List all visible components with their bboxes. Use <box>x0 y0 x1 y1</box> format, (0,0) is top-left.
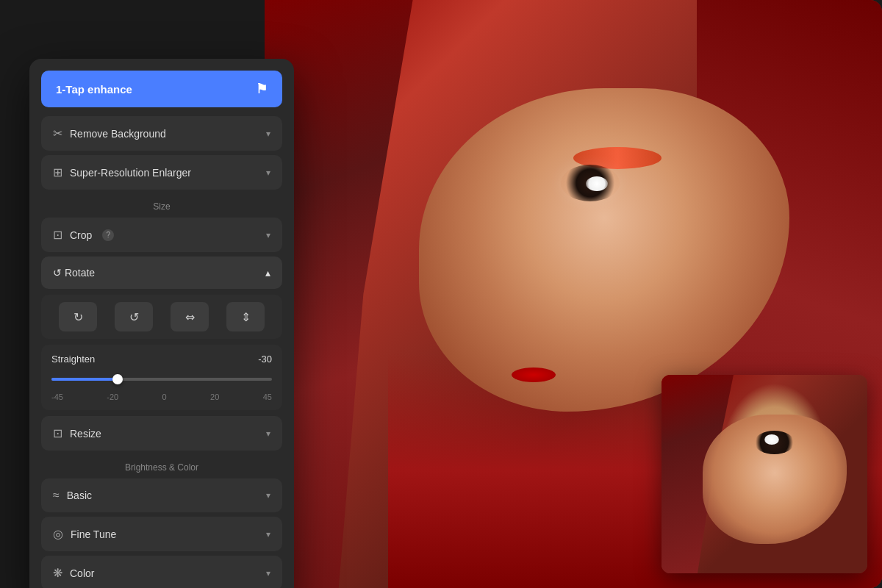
chevron-down-icon-2: ▾ <box>266 168 270 178</box>
rotate-cw-button[interactable]: ↻ <box>59 302 97 331</box>
thumbnail-face <box>662 375 867 573</box>
straighten-header: Straighten -30 <box>51 354 272 365</box>
fine-tune-item[interactable]: ◎ Fine Tune ▾ <box>41 517 282 551</box>
thumb-eye-white <box>764 434 779 445</box>
resize-item[interactable]: ⊡ Resize ▾ <box>41 416 282 451</box>
thumbnail-preview <box>662 375 867 573</box>
tap-enhance-button[interactable]: 1-Tap enhance ⚑ <box>41 71 282 107</box>
slider-label-20: 20 <box>210 392 219 401</box>
brightness-section-header: Brightness & Color <box>41 455 282 476</box>
crop-item[interactable]: ⊡ Crop ? ▾ <box>41 218 282 252</box>
remove-bg-left: ✂ Remove Background <box>53 126 166 140</box>
color-item[interactable]: ❋ Color ▾ <box>41 556 282 588</box>
chevron-down-icon: ▾ <box>266 129 270 139</box>
basic-left: ≈ Basic <box>53 489 92 502</box>
slider-label-max: 45 <box>263 392 272 401</box>
remove-background-item[interactable]: ✂ Remove Background ▾ <box>41 116 282 151</box>
chevron-down-icon-7: ▾ <box>266 568 270 578</box>
tap-enhance-icon: ⚑ <box>256 81 268 97</box>
color-label: Color <box>70 567 94 579</box>
resize-label: Resize <box>70 428 101 440</box>
remove-bg-label: Remove Background <box>70 128 166 140</box>
tap-enhance-label: 1-Tap enhance <box>56 83 132 96</box>
rotate-controls: ↻ ↺ ⇔ ⇕ <box>41 295 282 339</box>
slider-labels: -45 -20 0 20 45 <box>51 392 272 401</box>
sidebar-panel: 1-Tap enhance ⚑ ✂ Remove Background ▾ ⊞ … <box>29 59 294 588</box>
color-left: ❋ Color <box>53 566 94 580</box>
super-resolution-item[interactable]: ⊞ Super-Resolution Enlarger ▾ <box>41 155 282 190</box>
crop-help-icon: ? <box>102 229 114 241</box>
rotate-ccw-icon: ↺ <box>129 310 139 324</box>
resize-icon: ⊡ <box>53 426 62 440</box>
straighten-slider-container[interactable] <box>51 370 272 388</box>
chevron-down-icon-6: ▾ <box>266 529 270 539</box>
chevron-up-icon: ▴ <box>265 267 270 279</box>
scissors-icon: ✂ <box>53 126 62 140</box>
crop-icon: ⊡ <box>53 228 62 242</box>
rotate-cw-icon: ↻ <box>74 310 83 324</box>
straighten-value: -30 <box>258 354 272 365</box>
slider-label-min: -45 <box>51 392 63 401</box>
color-icon: ❋ <box>53 566 62 580</box>
size-section-header: Size <box>41 194 282 215</box>
slider-fill <box>51 378 118 381</box>
rotate-left: ↺ Rotate <box>53 267 95 279</box>
fine-tune-label: Fine Tune <box>71 528 116 540</box>
flip-v-icon: ⇕ <box>241 310 251 324</box>
rotate-label: Rotate <box>65 267 95 279</box>
main-image <box>265 0 882 588</box>
fine-tune-icon: ◎ <box>53 527 63 541</box>
flip-h-icon: ⇔ <box>185 310 195 324</box>
crop-left: ⊡ Crop ? <box>53 228 114 242</box>
crop-label: Crop <box>70 229 92 241</box>
straighten-label: Straighten <box>51 354 95 365</box>
slider-label-neg20: -20 <box>107 392 118 401</box>
slider-track <box>51 378 272 381</box>
straighten-section: Straighten -30 -45 -20 0 20 45 <box>41 345 282 410</box>
basic-label: Basic <box>67 490 92 501</box>
rotate-item[interactable]: ↺ Rotate ▴ <box>41 257 282 289</box>
chevron-down-icon-5: ▾ <box>266 490 270 501</box>
slider-label-zero: 0 <box>162 392 167 401</box>
rotate-ccw-button[interactable]: ↺ <box>115 302 153 331</box>
enlarge-icon: ⊞ <box>53 165 62 179</box>
fine-tune-left: ◎ Fine Tune <box>53 527 116 541</box>
slider-thumb[interactable] <box>112 374 123 384</box>
super-res-label: Super-Resolution Enlarger <box>70 167 191 179</box>
flip-vertical-button[interactable]: ⇕ <box>226 302 265 331</box>
basic-item[interactable]: ≈ Basic ▾ <box>41 478 282 512</box>
super-res-left: ⊞ Super-Resolution Enlarger <box>53 165 191 179</box>
rotate-icon: ↺ <box>53 267 62 279</box>
resize-left: ⊡ Resize <box>53 426 101 440</box>
flip-horizontal-button[interactable]: ⇔ <box>171 302 209 331</box>
eye-white <box>586 176 608 191</box>
lips <box>512 368 556 382</box>
chevron-down-icon-4: ▾ <box>266 429 270 439</box>
chevron-down-icon-3: ▾ <box>266 230 270 240</box>
basic-icon: ≈ <box>53 489 60 502</box>
